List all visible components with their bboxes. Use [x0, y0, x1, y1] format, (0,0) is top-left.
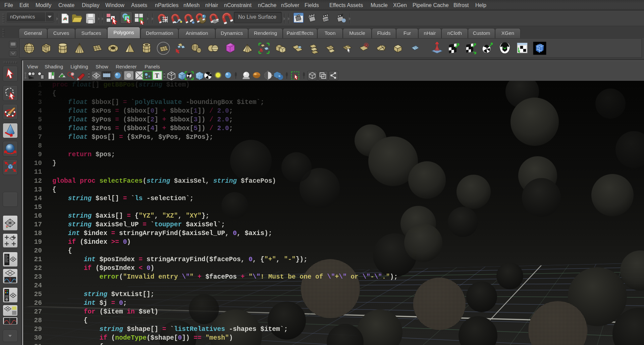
svg-text:T: T: [155, 72, 159, 79]
